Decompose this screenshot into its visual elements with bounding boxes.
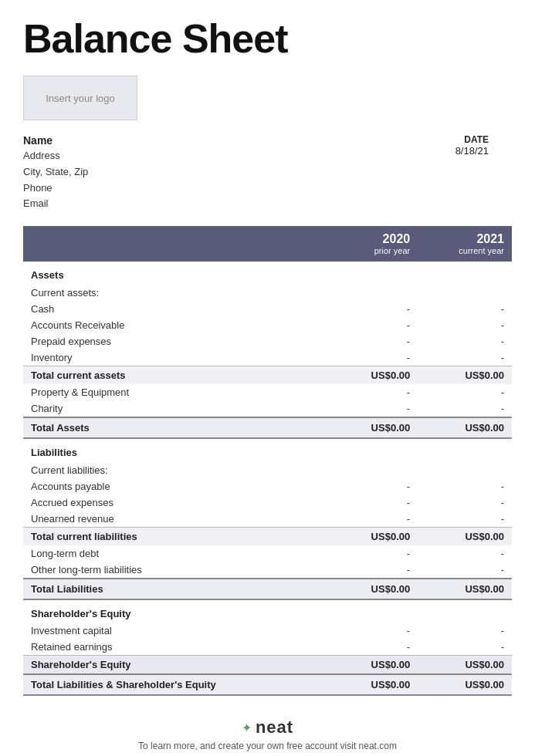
page-title: Balance Sheet — [23, 15, 512, 62]
footer: ✦ neat To learn more, and create your ow… — [23, 717, 512, 751]
other-long-term-row: Other long-term liabilities - - — [23, 562, 512, 579]
date-value: 8/18/21 — [455, 145, 489, 157]
prepaid-expenses-row: Prepaid expenses - - — [23, 333, 512, 349]
inventory-row: Inventory - - — [23, 349, 512, 366]
footer-tagline: To learn more, and create your own free … — [23, 741, 512, 751]
shareholders-equity-total-row: Shareholder's Equity US$0.00 US$0.00 — [23, 656, 512, 675]
date-block: DATE 8/18/21 — [455, 134, 489, 157]
total-liabilities-row: Total Liabilities US$0.00 US$0.00 — [23, 579, 512, 599]
balance-sheet-table: 2020 prior year 2021 current year Assets… — [23, 226, 512, 696]
col-header-label — [23, 226, 334, 262]
company-section: Name Address City, State, Zip Phone Emai… — [23, 134, 512, 212]
accounts-payable-row: Accounts payable - - — [23, 478, 512, 494]
total-liabilities-equity-row: Total Liabilities & Shareholder's Equity… — [23, 674, 512, 695]
neat-logo: ✦ neat — [23, 717, 512, 737]
unearned-revenue-row: Unearned revenue - - — [23, 511, 512, 528]
company-name: Name — [23, 134, 512, 147]
accounts-receivable-row: Accounts Receivable - - — [23, 317, 512, 333]
investment-capital-row: Investment capital - - — [23, 623, 512, 639]
col-header-2020: 2020 prior year — [334, 226, 418, 262]
charity-row: Charity - - — [23, 400, 512, 417]
company-address: Address — [23, 148, 512, 164]
total-assets-row: Total Assets US$0.00 US$0.00 — [23, 417, 512, 438]
retained-earnings-row: Retained earnings - - — [23, 639, 512, 656]
liabilities-section-header: Liabilities — [23, 438, 512, 461]
assets-section-header: Assets — [23, 262, 512, 284]
long-term-debt-row: Long-term debt - - — [23, 545, 512, 562]
current-assets-subheader: Current assets: — [23, 284, 512, 301]
company-city: City, State, Zip — [23, 164, 512, 181]
current-liabilities-subheader: Current liabilities: — [23, 461, 512, 478]
logo-box[interactable]: Insert your logo — [23, 76, 137, 120]
property-equipment-row: Property & Equipment - - — [23, 384, 512, 400]
neat-logo-icon: ✦ — [242, 721, 252, 735]
table-header-row: 2020 prior year 2021 current year — [23, 226, 512, 262]
date-label: DATE — [455, 134, 489, 145]
company-phone: Phone — [23, 181, 512, 197]
shareholders-equity-section-header: Shareholder's Equity — [23, 599, 512, 623]
company-email: Email — [23, 196, 512, 212]
total-current-assets-row: Total current assets US$0.00 US$0.00 — [23, 366, 512, 385]
neat-logo-text: neat — [256, 717, 293, 737]
logo-placeholder: Insert your logo — [46, 93, 115, 104]
total-current-liabilities-row: Total current liabilities US$0.00 US$0.0… — [23, 528, 512, 546]
accrued-expenses-row: Accrued expenses - - — [23, 494, 512, 511]
cash-row: Cash - - — [23, 301, 512, 317]
col-header-2021: 2021 current year — [418, 226, 512, 262]
